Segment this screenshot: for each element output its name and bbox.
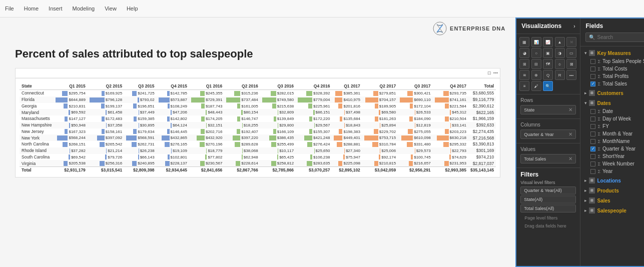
viz-icon-pie[interactable]: ◕ [519,48,529,58]
field-checkbox[interactable] [590,124,595,129]
data-table-container[interactable]: State Q1 2015 Q2 2015 Q3 2015 Q4 2015 Q1… [15,78,500,178]
field-item[interactable]: Σ FY [580,122,644,130]
viz-icon-donut[interactable]: ○ [531,48,541,58]
table-cell: $230,567 [189,160,224,166]
table-cell: $7,216,568 [468,134,496,141]
field-checkbox[interactable] [590,66,595,72]
filter-chip-state[interactable]: State(All) [520,196,576,204]
viz-icon-matrix[interactable]: ⊟ [531,59,541,69]
field-group-title: Locations [597,178,620,184]
viz-icon-card[interactable]: ▭ [566,48,576,58]
viz-icon-line[interactable]: 📈 [543,37,553,47]
chevron-icon: ▸ [584,198,587,203]
field-group-header[interactable]: ▸ ⊞ Sales [580,196,644,205]
field-item[interactable]: ✓ Σ Total Sales [580,80,644,88]
field-checkbox[interactable]: ✓ [590,146,595,152]
field-group-header[interactable]: ▸ ⊞ Locations [580,176,644,185]
field-group-header[interactable]: ▾ ⊞ Key Measures [580,48,644,58]
table-cell: $432,865 [157,134,189,141]
viz-icon-filter[interactable]: ≡ [519,81,529,91]
values-remove[interactable]: ✕ [568,156,572,162]
tab-file[interactable]: File [5,6,14,12]
table-cell: $21,214 [88,148,124,154]
cell-state: Connecticut [20,90,54,96]
search-input[interactable] [597,34,644,40]
rows-field[interactable]: State ✕ [520,105,576,114]
field-item[interactable]: Σ Week Number [580,160,644,168]
field-item[interactable]: Σ Top Sales People Sale [580,58,644,65]
viz-icon-gauge[interactable]: ◑ [555,48,565,58]
tab-home[interactable]: Home [24,6,39,12]
viz-icon-more[interactable]: ••• [566,70,576,80]
field-checkbox[interactable] [590,154,595,159]
filter-chip-quarter[interactable]: Quarter & Year(All) [520,186,576,194]
viz-icon-column[interactable]: 📊 [531,37,541,47]
field-checkbox[interactable] [590,169,595,174]
tab-modeling[interactable]: Modeling [73,6,95,12]
field-item[interactable]: Σ Year [580,168,644,175]
table-row: Maryland$69,592$61,458$37,449$47,206$48,… [20,109,496,116]
columns-label: Columns [520,122,576,128]
table-cell: $181,263 [362,116,398,122]
viz-icon-r[interactable]: R [555,70,565,80]
rows-remove[interactable]: ✕ [568,107,572,112]
field-checkbox[interactable] [590,139,595,144]
table-cell: $64,124 [157,122,189,128]
field-item[interactable]: Σ MonthName [580,138,644,145]
field-group-header[interactable]: ▸ ⊞ Products [580,186,644,195]
table-cell: $166,109 [260,128,296,135]
more-options-icon[interactable]: ••• [493,70,498,76]
field-group-header[interactable]: ▸ ⊞ Salespeople [580,206,644,215]
table-cell: $45,312 [433,109,468,116]
field-item[interactable]: Σ Total Costs [580,65,644,72]
field-item[interactable]: ✓ Σ Quarter & Year [580,145,644,152]
field-checkbox[interactable] [590,74,595,79]
table-cell: $202,716 [189,128,224,135]
field-item[interactable]: Σ Date [580,108,644,115]
viz-icon-treemap[interactable]: ▣ [543,48,553,58]
viz-icon-scatter[interactable]: ⁙ [566,37,576,47]
sigma-icon: Σ [597,116,600,122]
tab-view[interactable]: View [105,6,117,12]
viz-icon-ribbon[interactable]: ≋ [519,70,529,80]
focus-icon[interactable]: ⊡ [487,70,491,76]
viz-icon-bar[interactable]: ▦ [519,37,529,47]
table-cell: $9,116,779 [468,96,496,103]
col-q1-2016: Q1 2016 [189,82,224,90]
field-item[interactable]: Σ Total Profits [580,72,644,80]
viz-icon-waterfall[interactable]: ⊠ [566,59,576,69]
field-checkbox[interactable]: ✓ [590,82,595,86]
field-checkbox[interactable] [590,116,595,122]
viz-icon-funnel[interactable]: ⌽ [555,59,565,69]
viz-icon-map[interactable]: 🗺 [543,59,553,69]
table-cell: $568,591 [124,134,156,141]
viz-icon-analytics[interactable]: 🔍 [543,81,553,91]
viz-icon-area[interactable]: ▲ [555,37,565,47]
viz-icon-table2[interactable]: ⊞ [519,59,529,69]
filter-chip-totalsales[interactable]: Total Sales(All) [520,204,576,212]
values-field[interactable]: Total Sales ✕ [520,154,576,164]
field-item[interactable]: Σ Month & Year [580,130,644,138]
viz-icon-combo[interactable]: ⊕ [531,70,541,80]
viz-panel-arrow[interactable]: › [573,24,575,29]
search-box[interactable]: 🔍 [585,32,644,42]
col-q3-2016: Q3 2016 [260,82,296,90]
field-group-header[interactable]: ▸ ⊞ Customers [580,88,644,98]
viz-icon-format[interactable]: 🖌 [531,81,541,91]
tab-help[interactable]: Help [127,6,138,12]
viz-icon-qs[interactable]: Q [543,70,553,80]
field-item[interactable]: Σ ShortYear [580,152,644,160]
table-cell: $147,127 [54,116,87,122]
field-item[interactable]: Σ Day of Week [580,115,644,122]
columns-remove[interactable]: ✕ [568,132,572,137]
tab-insert[interactable]: Insert [49,6,63,12]
field-checkbox[interactable] [590,132,595,136]
columns-field[interactable]: Quarter & Year ✕ [520,130,576,139]
field-group-header[interactable]: ▾ ⊞ Dates [580,98,644,108]
table-cell: $184,090 [398,116,432,122]
field-checkbox[interactable] [590,109,595,114]
field-group-locations: ▸ ⊞ Locations [580,176,644,185]
sigma-icon: Σ [597,146,600,152]
field-checkbox[interactable] [590,59,595,64]
field-checkbox[interactable] [590,162,595,166]
